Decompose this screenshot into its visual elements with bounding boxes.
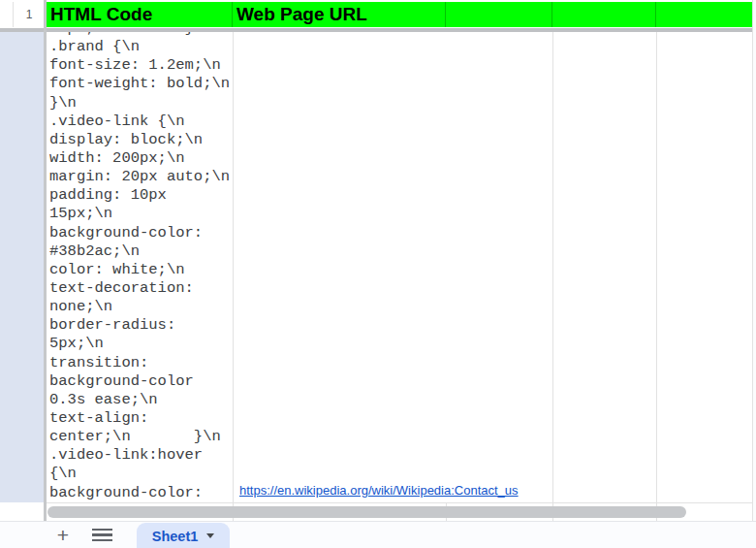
sheet-tab-label: Sheet1 xyxy=(152,529,199,544)
row-number[interactable]: 1 xyxy=(13,2,45,27)
menu-bar-line xyxy=(92,529,112,531)
code-line: color: white;\n xyxy=(49,261,233,279)
code-line: margin: 20px auto;\n xyxy=(49,168,233,186)
header-cell-web-page-url[interactable]: Web Page URL xyxy=(233,2,446,27)
code-line: text-align: xyxy=(49,409,233,428)
gridline xyxy=(47,502,752,503)
header-row: HTML Code Web Page URL xyxy=(47,2,752,27)
code-line: padding: 10px xyxy=(49,186,233,205)
chevron-down-icon[interactable] xyxy=(206,533,214,538)
code-line: transition: xyxy=(49,354,233,372)
code-line: font-weight: bold;\n xyxy=(49,75,233,93)
row-header-1[interactable]: 1 xyxy=(0,2,44,27)
code-line: .brand {\n xyxy=(49,38,233,56)
code-text: 20px;\n }\n.brand {\nfont-size: 1.2em;\n… xyxy=(47,32,233,502)
menu-bar-line xyxy=(92,533,112,535)
spreadsheet-app: 1 HTML Code Web Page URL 20px;\n }\n.bra… xyxy=(0,0,756,548)
code-line: background-color: xyxy=(49,224,233,242)
header-cell-empty-3[interactable] xyxy=(656,2,752,27)
menu-bar-line xyxy=(92,539,112,541)
gridline xyxy=(233,32,234,521)
code-line: font-size: 1.2em;\n xyxy=(49,56,233,75)
sheet-tab-bar: + Sheet1 xyxy=(0,521,756,548)
sheet-tab-active[interactable]: Sheet1 xyxy=(137,523,230,548)
code-line: display: block;\n xyxy=(49,131,233,149)
gridline xyxy=(552,32,553,521)
code-line: text-decoration: xyxy=(49,279,233,298)
code-line: center;\n }\n xyxy=(49,428,233,446)
gridline xyxy=(656,32,657,521)
all-sheets-menu-icon[interactable] xyxy=(92,529,112,541)
code-line: 15px;\n xyxy=(49,205,233,223)
code-line: none;\n xyxy=(49,298,233,316)
code-line: #38b2ac;\n xyxy=(49,242,233,261)
code-line: width: 200px;\n xyxy=(49,149,233,168)
web-page-url-link[interactable]: https://en.wikipedia.org/wiki/Wikipedia:… xyxy=(239,483,519,498)
horizontal-scrollbar[interactable] xyxy=(47,506,686,518)
code-line: background-color: xyxy=(49,484,233,502)
code-line: .video-link:hover xyxy=(49,446,233,465)
code-line: 0.3s ease;\n xyxy=(49,391,233,409)
code-line: 5px;\n xyxy=(49,335,233,353)
code-line: background-color xyxy=(49,372,233,391)
header-cell-empty-2[interactable] xyxy=(552,2,656,27)
code-line: border-radius: xyxy=(49,316,233,335)
header-cell-html-code[interactable]: HTML Code xyxy=(47,2,233,27)
add-sheet-button[interactable]: + xyxy=(50,522,76,548)
code-line: }\n xyxy=(49,94,233,113)
vertical-scrollbar[interactable] xyxy=(752,0,756,521)
code-line: .video-link {\n xyxy=(49,113,233,131)
code-line: {\n xyxy=(49,465,233,483)
cell-html-code[interactable]: 20px;\n }\n.brand {\nfont-size: 1.2em;\n… xyxy=(47,32,233,502)
header-cell-empty-1[interactable] xyxy=(446,2,552,27)
row-header-2-highlighted[interactable] xyxy=(0,32,44,502)
